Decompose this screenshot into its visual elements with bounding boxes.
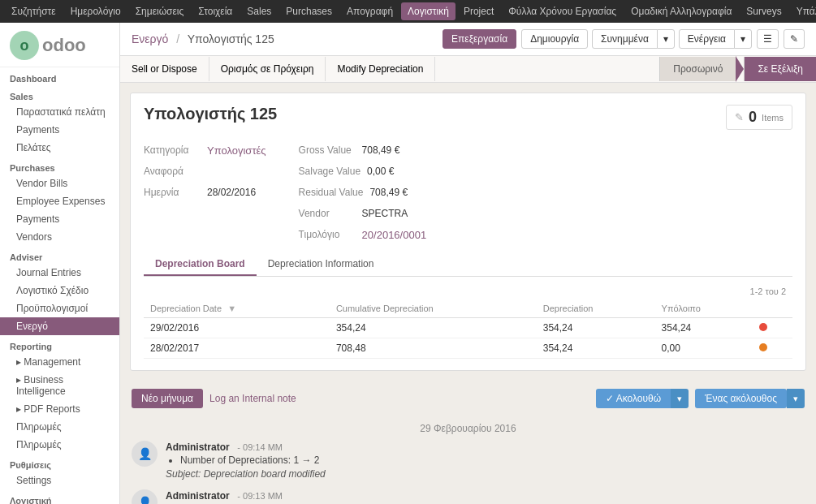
asset-title-row: Υπολογιστής 125 ✎ 0 Items <box>144 105 792 130</box>
breadcrumb-separator: / <box>176 32 179 45</box>
nav-notes[interactable]: Σημειώσεις <box>129 2 191 20</box>
nav-inventory[interactable]: Απογραφή <box>340 2 399 20</box>
actions-button[interactable]: Ενέργεια <box>679 29 735 49</box>
stage-provisional[interactable]: Προσωρινό <box>659 57 736 81</box>
sidebar-item-payments-1[interactable]: Πληρωμές <box>0 418 119 436</box>
sidebar-item-bi[interactable]: ▸ Business Intelligence <box>0 371 119 400</box>
category-value[interactable]: Υπολογιστές <box>207 144 266 157</box>
edit-button[interactable]: Επεξεργασία <box>443 29 516 49</box>
list-item: Number of Depreciations: 1 → 2 <box>180 454 805 466</box>
breadcrumb-parent[interactable]: Ενεργό <box>132 32 168 45</box>
sidebar-section-settings: Ρυθμίσεις <box>0 454 119 472</box>
sidebar-item-customer-invoices[interactable]: Παραστατικά πελάτη <box>0 103 119 121</box>
attachments-button[interactable]: Συνημμένα <box>592 29 658 49</box>
sidebar-section-dashboard: Dashboard <box>0 67 119 85</box>
create-button[interactable]: Δημιουργία <box>521 29 588 49</box>
nav-project[interactable]: Project <box>457 2 500 20</box>
sidebar-item-vendors[interactable]: Vendors <box>0 228 119 246</box>
invoice-value[interactable]: 20/2016/0001 <box>362 229 427 241</box>
new-message-button[interactable]: Νέο μήνυμα <box>132 389 203 408</box>
nav-accounting[interactable]: Λογιστική <box>401 2 455 20</box>
chatter-message-1: 👤 Administrator - 09:14 MM Number of Dep… <box>132 441 805 480</box>
residual-label: Residual Value <box>299 187 364 198</box>
odoo-logo: o odoo <box>10 31 110 60</box>
sidebar-item-assets[interactable]: Ενεργό <box>0 317 119 335</box>
follow-dropdown[interactable]: ▾ <box>671 389 689 408</box>
author-1: Administrator <box>166 442 230 453</box>
sidebar-item-purchase-payments[interactable]: Payments <box>0 210 119 228</box>
table-row[interactable]: 29/02/2016 354,24 354,24 354,24 <box>144 318 792 338</box>
sidebar-item-sales-payments[interactable]: Payments <box>0 121 119 139</box>
time-1: - 09:14 MM <box>237 442 283 452</box>
cell-depreciation-1: 354,24 <box>537 318 655 338</box>
pagination-info: 1-2 του 2 <box>144 283 792 299</box>
nav-calendar[interactable]: Ημερολόγιο <box>64 2 127 20</box>
sidebar-item-vendor-bills[interactable]: Vendor Bills <box>0 174 119 192</box>
time-2: - 09:13 MM <box>237 491 283 501</box>
cell-depreciation-2: 354,24 <box>537 338 655 359</box>
table-row[interactable]: 28/02/2017 708,48 354,24 0,00 <box>144 338 792 359</box>
follow-button[interactable]: ✓ Ακολουθώ <box>596 389 671 408</box>
cell-residual-2: 0,00 <box>655 338 753 359</box>
tab-depreciation-info[interactable]: Depreciation Information <box>257 253 386 276</box>
sidebar-section-purchases: Purchases <box>0 157 119 174</box>
nav-discuss[interactable]: Συζητήστε <box>5 2 63 20</box>
chatter-body-1: Administrator - 09:14 MM Number of Depre… <box>166 441 805 480</box>
sidebar-item-chart-of-accounts[interactable]: Λογιστικό Σχέδιο <box>0 282 119 299</box>
asset-card: Υπολογιστής 125 ✎ 0 Items Κατηγορία Υπολ… <box>130 93 806 371</box>
col-date[interactable]: Depreciation Date ▼ <box>144 299 330 318</box>
tab-depreciation-board[interactable]: Depreciation Board <box>144 253 257 276</box>
main-content: Ενεργό / Υπολογιστής 125 Επεξεργασία Δημ… <box>120 23 816 504</box>
set-to-draft-button[interactable]: Ορισμός σε Πρόχειρη <box>209 57 326 81</box>
sidebar-item-customers[interactable]: Πελάτες <box>0 139 119 157</box>
residual-value: 708,49 € <box>369 187 408 198</box>
sidebar-item-pdf-reports[interactable]: ▸ PDF Reports <box>0 400 119 418</box>
actions-dropdown[interactable]: ▾ <box>734 29 752 49</box>
form-view-button[interactable]: ✎ <box>784 29 805 49</box>
nav-employees[interactable]: Υπάλληλοι <box>790 2 816 20</box>
stage-in-progress[interactable]: Σε Εξέλιξη <box>744 57 816 81</box>
sidebar-item-management[interactable]: ▸ Management <box>0 353 119 371</box>
avatar-1: 👤 <box>132 441 158 467</box>
sidebar-item-settings[interactable]: Settings <box>0 472 119 489</box>
sort-icon: ▼ <box>227 304 236 313</box>
items-count: 0 <box>749 109 757 126</box>
follower-button[interactable]: Ένας ακόλουθος <box>695 389 787 408</box>
modify-depreciation-button[interactable]: Modify Depreciation <box>326 57 435 81</box>
follower-dropdown[interactable]: ▾ <box>787 389 805 408</box>
author-2: Administrator <box>166 490 230 502</box>
field-residual: Residual Value 708,49 € <box>299 183 427 201</box>
nav-surveys[interactable]: Surveys <box>740 2 788 20</box>
nav-menu: Συζητήστε Ημερολόγιο Σημειώσεις Στοιχεία… <box>5 2 816 20</box>
cell-status-2 <box>753 338 792 359</box>
sidebar-item-journal-entries[interactable]: Journal Entries <box>0 264 119 282</box>
items-badge[interactable]: ✎ 0 Items <box>726 105 792 130</box>
nav-mass-mail[interactable]: Ομαδική Αλληλογραφία <box>624 2 738 20</box>
bottom-actions: Νέο μήνυμα Log an Internal note ✓ Ακολου… <box>120 381 816 416</box>
internal-note-button[interactable]: Log an Internal note <box>209 393 296 404</box>
view-controls: ☰ ✎ <box>757 29 805 49</box>
nav-elements[interactable]: Στοιχεία <box>192 2 239 20</box>
field-reference: Αναφορά <box>144 162 266 180</box>
col-depreciation: Depreciation <box>537 299 655 318</box>
cell-residual-1: 354,24 <box>655 318 753 338</box>
attachments-dropdown[interactable]: ▾ <box>657 29 675 49</box>
list-view-button[interactable]: ☰ <box>757 29 779 49</box>
sidebar-item-payments-2[interactable]: Πληρωμές <box>0 436 119 454</box>
expander-icon-pdf: ▸ <box>16 403 21 415</box>
category-label: Κατηγορία <box>144 144 201 156</box>
nav-purchases[interactable]: Purchases <box>279 2 339 20</box>
action-buttons: Επεξεργασία Δημιουργία Συνημμένα ▾ Ενέργ… <box>443 29 805 49</box>
chatter-header-1: Administrator - 09:14 MM <box>166 441 805 453</box>
sidebar-item-employee-expenses[interactable]: Employee Expenses <box>0 192 119 210</box>
cell-cumulative-2: 708,48 <box>330 338 537 359</box>
logo-text: odoo <box>42 35 86 56</box>
salvage-value: 0,00 € <box>367 166 394 177</box>
nav-timesheets[interactable]: Φύλλα Χρόνου Εργασίας <box>502 2 623 20</box>
date-value: 28/02/2016 <box>207 187 256 198</box>
sell-dispose-button[interactable]: Sell or Dispose <box>120 57 209 81</box>
sidebar-item-budgets[interactable]: Προϋπολογισμοί <box>0 299 119 317</box>
nav-sales[interactable]: Sales <box>240 2 278 20</box>
avatar-2: 👤 <box>132 489 158 504</box>
field-vendor: Vendor SPECTRA <box>299 205 427 222</box>
